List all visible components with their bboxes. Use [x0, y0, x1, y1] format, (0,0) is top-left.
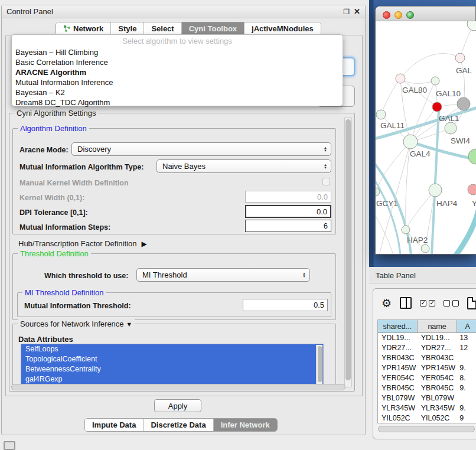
- tab-infer-network[interactable]: Infer Network: [214, 419, 277, 431]
- network-window-titlebar[interactable]: [376, 6, 475, 21]
- node-gal-partial[interactable]: [455, 53, 465, 63]
- teal-strong-edge: [456, 210, 476, 254]
- table-row[interactable]: YIL052C YIL052C 9: [378, 413, 476, 423]
- node-partial-bottom[interactable]: [421, 244, 429, 253]
- node-near-gal10[interactable]: [431, 77, 439, 85]
- tab-select[interactable]: Select: [144, 22, 181, 35]
- list-vertical-scrollbar[interactable]: [316, 345, 322, 387]
- label-hap4: HAP4: [436, 199, 458, 208]
- cell: YBL079W: [418, 393, 458, 403]
- settings-horizontal-scrollbar[interactable]: [11, 384, 345, 390]
- node-gal11[interactable]: [376, 110, 386, 119]
- manual-kernel-width-label: Manual Kernel Width Definition: [19, 179, 129, 187]
- popup-item-dream8[interactable]: Dream8 DC_TDC Algorithm: [14, 97, 339, 107]
- mi-algorithm-type-combobox[interactable]: Naive Bayes ▲▼: [157, 159, 331, 173]
- tab-cyni-toolbox[interactable]: Cyni Toolbox: [182, 22, 244, 35]
- column-header-shared-name[interactable]: shared...: [378, 320, 418, 332]
- label-hap2: HAP2: [407, 236, 428, 244]
- columns-icon[interactable]: [400, 297, 412, 309]
- mac-close-button[interactable]: [383, 11, 390, 19]
- cell: YER054C: [378, 373, 418, 383]
- table-row[interactable]: YDR27... YDR27... 12: [378, 343, 476, 353]
- table-row[interactable]: YDL19... YDL19... 13: [378, 333, 476, 343]
- data-attributes-list[interactable]: SelfLoops TopologicalCoefficient Between…: [21, 344, 324, 389]
- manual-kernel-width-checkbox[interactable]: [322, 178, 330, 185]
- which-threshold-combobox[interactable]: MI Threshold ▲▼: [136, 268, 310, 282]
- node-red-gal1[interactable]: [432, 102, 442, 112]
- export-table-icon[interactable]: [467, 297, 476, 309]
- popup-item-bayesian-hill-climbing[interactable]: Bayesian – Hill Climbing: [14, 47, 339, 57]
- node-gal80[interactable]: [396, 74, 405, 83]
- settings-vertical-scrollbar[interactable]: [344, 117, 352, 387]
- label-y-partial: Y: [472, 199, 476, 208]
- table-row[interactable]: YBR043C YBR043C: [378, 353, 476, 363]
- close-icon[interactable]: ✕: [354, 7, 360, 16]
- table-row[interactable]: YLR345W YLR345W 9.: [378, 403, 476, 413]
- cell: YBR045C: [418, 383, 458, 393]
- hub-definition-label: Hub/Transcription Factor Definition: [18, 239, 136, 248]
- cell: YDL19...: [378, 333, 418, 343]
- cyni-bottom-tabbar: Impute Data Discretize Data Infer Networ…: [84, 418, 278, 432]
- sources-title-text: Sources for Network Inference: [20, 319, 124, 328]
- mi-steps-field[interactable]: 6: [245, 220, 331, 232]
- apply-button[interactable]: Apply: [154, 399, 201, 412]
- tab-impute-data[interactable]: Impute Data: [85, 419, 144, 431]
- tab-discretize-data[interactable]: Discretize Data: [144, 419, 213, 431]
- float-window-icon[interactable]: ❐: [343, 8, 350, 16]
- popup-item-aracne[interactable]: ARACNE Algorithm: [14, 67, 339, 77]
- mac-zoom-button[interactable]: [406, 11, 414, 19]
- mac-minimize-button[interactable]: [395, 11, 402, 19]
- kernel-width-field[interactable]: 0.0: [245, 191, 331, 203]
- popup-item-mutual-information[interactable]: Mutual Information Inference: [14, 77, 339, 87]
- popup-placeholder: Select algorithm to view settings: [12, 37, 343, 45]
- list-item-betweennesscentrality[interactable]: BetweennessCentrality: [21, 364, 323, 374]
- select-all-columns-icon[interactable]: ✓ ✓: [420, 300, 435, 306]
- expand-right-icon[interactable]: ▶: [141, 240, 146, 248]
- table-row[interactable]: YER054C YER054C 8.: [378, 373, 476, 383]
- table-row[interactable]: YBR045C YBR045C 9.: [378, 383, 476, 393]
- node-salmon[interactable]: [468, 184, 476, 195]
- table-panel-title: Table Panel: [376, 271, 416, 280]
- collapse-down-icon[interactable]: ▼: [126, 321, 132, 328]
- list-item-gal4rgexp[interactable]: gal4RGexp: [21, 374, 323, 384]
- tab-network[interactable]: Network: [56, 22, 111, 35]
- node-hap4[interactable]: [429, 184, 442, 197]
- column-header-name[interactable]: name: [418, 320, 458, 332]
- popup-item-bayesian-k2[interactable]: Bayesian – K2: [14, 87, 339, 97]
- cell: [457, 353, 476, 363]
- unselect-all-columns-icon[interactable]: [444, 300, 459, 306]
- hub-definition-toggle[interactable]: Hub/Transcription Factor Definition▶: [18, 239, 147, 248]
- network-view-window[interactable]: GAL GAL80 GAL10 GAL1 GAL11 SWI4 GAL4 GCY…: [375, 6, 476, 255]
- gear-icon[interactable]: ⚙: [382, 296, 392, 310]
- node-hap2[interactable]: [402, 226, 410, 234]
- threshold-definition-title: Threshold Definition: [18, 249, 91, 258]
- kernel-width-label: Kernel Width (0,1):: [19, 194, 84, 202]
- mi-threshold-field[interactable]: 0.5: [243, 299, 328, 311]
- node-partial-top[interactable]: [467, 21, 476, 31]
- network-canvas[interactable]: GAL GAL80 GAL10 GAL1 GAL11 SWI4 GAL4 GCY…: [376, 21, 476, 254]
- table-row[interactable]: YBL079W YBL079W: [378, 393, 476, 403]
- table-panel-titlebar[interactable]: Table Panel: [369, 267, 476, 283]
- list-item-selfloops[interactable]: SelfLoops: [21, 344, 323, 354]
- column-header-partial[interactable]: A: [457, 320, 476, 332]
- tab-style[interactable]: Style: [111, 22, 144, 35]
- settings-vertical-scrollbar-thumb[interactable]: [345, 119, 351, 380]
- minimized-panel-icon[interactable]: [4, 441, 15, 450]
- node-below-gal1[interactable]: [445, 122, 457, 134]
- aracne-mode-combobox[interactable]: Discovery ▲▼: [71, 142, 331, 156]
- node-table[interactable]: shared... name A YDL19... YDL19... 13 YD…: [377, 319, 476, 423]
- node-gray-gal10[interactable]: [457, 97, 470, 110]
- tab-jactivemnodules[interactable]: jActiveMNodules: [244, 22, 321, 35]
- table-row[interactable]: YPR145W YPR145W 9.: [378, 363, 476, 373]
- node-right-green[interactable]: [468, 149, 476, 164]
- list-item-topologicalcoefficient[interactable]: TopologicalCoefficient: [21, 354, 323, 364]
- dpi-tolerance-field[interactable]: 0.0: [245, 205, 331, 218]
- mi-algorithm-type-value: Naive Bayes: [162, 162, 206, 171]
- control-panel-titlebar[interactable]: Control Panel ❐ ✕: [2, 5, 365, 18]
- tab-impute-data-label: Impute Data: [92, 420, 136, 429]
- popup-item-basic-correlation[interactable]: Basic Correlation Inference: [14, 57, 339, 67]
- cell: 9.: [457, 403, 476, 413]
- node-gal4[interactable]: [403, 135, 418, 149]
- list-vertical-scrollbar-thumb[interactable]: [318, 346, 322, 382]
- table-horizontal-scrollbar[interactable]: [378, 426, 475, 432]
